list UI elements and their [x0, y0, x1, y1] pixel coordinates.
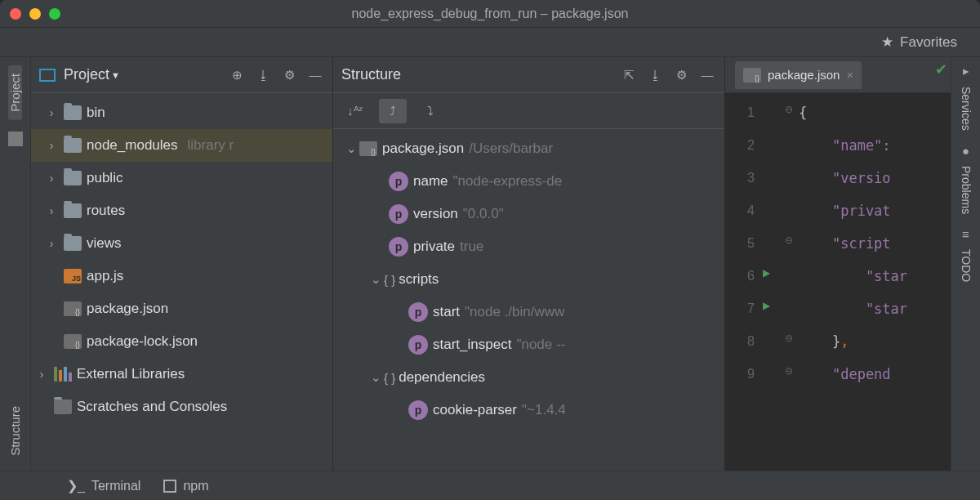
toolbar-row: ★ Favorites: [0, 28, 980, 57]
autoscroll-from-icon[interactable]: ⤵: [416, 99, 444, 123]
json-file-icon: [64, 334, 82, 349]
tree-item-scratches[interactable]: Scratches and Consoles: [31, 391, 332, 423]
settings-icon[interactable]: ⚙: [672, 66, 690, 84]
window-minimize-icon[interactable]: [29, 8, 41, 20]
close-icon[interactable]: ×: [846, 68, 853, 82]
project-panel: Project▼ ⊕ ⭳ ⚙ — ›bin ›node_moduleslibra…: [31, 57, 333, 471]
todo-tool-tab[interactable]: TODO: [960, 241, 973, 290]
fold-icon[interactable]: ⊖: [779, 224, 799, 257]
tree-item-node-modules[interactable]: ›node_moduleslibrary r: [31, 129, 332, 162]
structure-prop-version[interactable]: pversion"0.0.0": [338, 198, 724, 230]
collapse-icon[interactable]: ⭳: [254, 66, 272, 84]
fold-icon[interactable]: ⊖: [779, 322, 799, 355]
inspection-ok-icon[interactable]: ✔: [935, 60, 947, 78]
services-tool-tab[interactable]: Services: [960, 78, 973, 139]
tree-item-external-libs[interactable]: ›External Libraries: [31, 358, 332, 391]
line-gutter: 123456789: [725, 93, 763, 471]
tree-item-views[interactable]: ›views: [31, 227, 332, 260]
folder-icon: [64, 236, 82, 251]
hide-icon[interactable]: —: [306, 66, 324, 84]
json-file-icon: [359, 141, 377, 156]
folder-icon: [64, 171, 82, 185]
window-close-icon[interactable]: [10, 8, 21, 20]
tree-item-packagelock[interactable]: package-lock.json: [31, 325, 332, 358]
structure-tree: ⌄package.json/Users/barbar pname"node-ex…: [333, 129, 724, 471]
library-icon: [54, 367, 72, 382]
property-icon: p: [389, 172, 408, 191]
sort-alpha-icon[interactable]: ↓ᴬᶻ: [341, 99, 369, 123]
code-editor[interactable]: { "name": "versio "privat "script "star …: [799, 93, 951, 471]
structure-panel: Structure ⇱ ⭳ ⚙ — ↓ᴬᶻ ⤴ ⤵ ⌄package.json/…: [333, 57, 725, 471]
property-icon: p: [389, 237, 408, 257]
editor-tab-label: package.json: [768, 68, 840, 82]
bottom-tool-bar: ❯_Terminal npm: [0, 471, 980, 500]
project-tree: ›bin ›node_moduleslibrary r ›public ›rou…: [31, 93, 332, 471]
structure-root[interactable]: ⌄package.json/Users/barbar: [338, 132, 724, 165]
tree-item-appjs[interactable]: JSapp.js: [31, 260, 332, 292]
fold-gutter: ⊖⊖⊖⊖: [779, 93, 799, 471]
folder-icon: [64, 105, 82, 120]
structure-prop-private[interactable]: pprivatetrue: [338, 230, 724, 263]
project-tool-tab[interactable]: Project: [8, 65, 22, 120]
warning-icon[interactable]: ●: [962, 144, 969, 158]
right-tool-strip: ▸ Services ● Problems ≡ TODO: [951, 57, 980, 471]
folder-icon: [64, 138, 82, 153]
structure-script-start[interactable]: pstart"node ./bin/www: [338, 296, 724, 328]
star-icon[interactable]: ★: [881, 33, 893, 51]
object-icon: { }: [384, 273, 395, 287]
json-file-icon: [743, 68, 761, 83]
problems-tool-tab[interactable]: Problems: [960, 158, 973, 222]
property-icon: p: [408, 400, 428, 420]
tree-item-bin[interactable]: ›bin: [31, 96, 332, 129]
collapse-all-icon[interactable]: ⭳: [646, 66, 664, 84]
run-gutter: ▶ ▶: [763, 93, 779, 471]
tree-item-public[interactable]: ›public: [31, 162, 332, 194]
structure-panel-title: Structure: [341, 66, 401, 83]
structure-panel-header: Structure ⇱ ⭳ ⚙ —: [333, 57, 724, 93]
tool-icon[interactable]: [8, 132, 23, 146]
folder-icon: [64, 203, 82, 218]
structure-dep-cookie[interactable]: pcookie-parser"~1.4.4: [338, 394, 724, 426]
structure-deps[interactable]: ⌄{ }dependencies: [338, 361, 724, 394]
left-tool-strip: Project Structure: [0, 57, 31, 471]
fold-icon[interactable]: ⊖: [779, 355, 799, 387]
json-file-icon: [64, 301, 82, 316]
window-title: node_express_debug_from_run – package.js…: [0, 7, 980, 21]
property-icon: p: [408, 302, 428, 322]
npm-icon: [163, 480, 176, 493]
project-view-icon: [39, 69, 56, 82]
property-icon: p: [408, 335, 428, 355]
editor-tab-packagejson[interactable]: package.json ×: [735, 61, 862, 89]
run-gutter-icon[interactable]: ▶: [763, 300, 770, 311]
property-icon: p: [389, 204, 408, 224]
settings-icon[interactable]: ⚙: [280, 66, 298, 84]
object-icon: { }: [384, 371, 395, 385]
structure-scripts[interactable]: ⌄{ }scripts: [338, 263, 724, 296]
run-gutter-icon[interactable]: ▶: [763, 267, 770, 279]
editor-area: package.json × ✔ 123456789 ▶ ▶ ⊖⊖⊖⊖ { "n…: [725, 57, 951, 471]
structure-script-inspect[interactable]: pstart_inspect"node --: [338, 328, 724, 361]
js-file-icon: JS: [64, 269, 82, 283]
terminal-icon: ❯_: [67, 478, 85, 493]
tree-item-packagejson[interactable]: package.json: [31, 292, 332, 325]
structure-prop-name[interactable]: pname"node-express-de: [338, 165, 724, 198]
structure-toolbar: ↓ᴬᶻ ⤴ ⤵: [333, 93, 724, 129]
fold-icon[interactable]: ⊖: [779, 93, 799, 126]
favorites-label[interactable]: Favorites: [900, 34, 957, 51]
project-panel-title[interactable]: Project▼: [64, 66, 120, 83]
list-icon[interactable]: ≡: [962, 227, 969, 241]
tree-item-routes[interactable]: ›routes: [31, 194, 332, 227]
window-zoom-icon[interactable]: [49, 8, 60, 20]
project-panel-header: Project▼ ⊕ ⭳ ⚙ —: [31, 57, 332, 93]
hide-icon[interactable]: —: [698, 66, 716, 84]
expand-all-icon[interactable]: ⇱: [620, 66, 638, 84]
structure-tool-tab[interactable]: Structure: [8, 398, 22, 464]
autoscroll-source-icon[interactable]: ⤴: [379, 99, 407, 123]
terminal-tool-button[interactable]: ❯_Terminal: [67, 478, 140, 493]
editor-tab-bar: package.json ×: [725, 57, 951, 93]
title-bar: node_express_debug_from_run – package.js…: [0, 0, 980, 28]
scratch-icon: [54, 400, 72, 414]
locate-icon[interactable]: ⊕: [228, 66, 246, 84]
npm-tool-button[interactable]: npm: [163, 479, 208, 493]
play-icon[interactable]: ▸: [963, 64, 969, 78]
